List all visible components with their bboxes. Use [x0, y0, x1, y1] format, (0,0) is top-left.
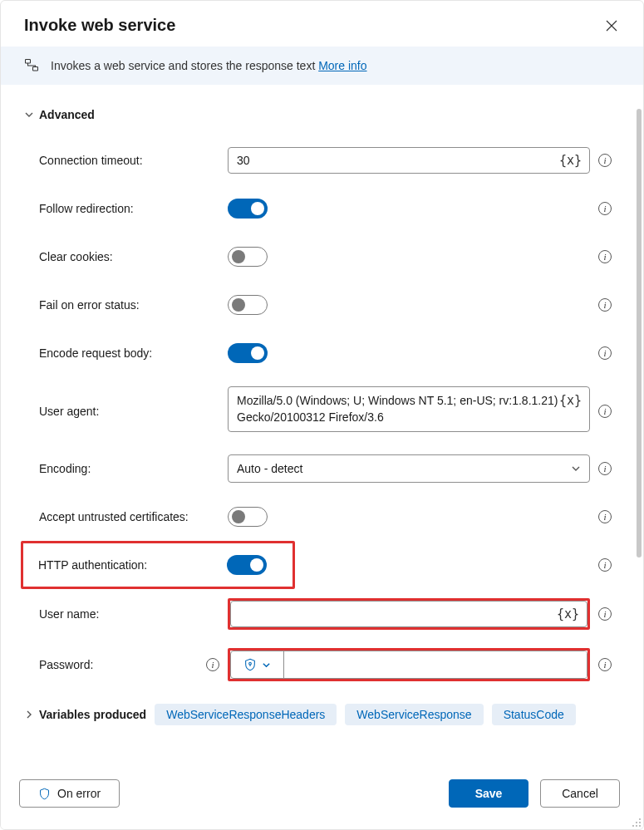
row-encode-body: Encode request body: i — [24, 329, 620, 377]
input-connection-timeout[interactable] — [228, 147, 590, 174]
info-icon[interactable]: i — [598, 298, 612, 312]
shield-icon — [38, 788, 51, 800]
label-user-name: User name: — [24, 607, 228, 621]
label-user-agent: User agent: — [24, 405, 228, 418]
shield-lock-icon — [243, 658, 257, 671]
close-button[interactable] — [603, 17, 620, 34]
info-icon[interactable]: i — [598, 462, 612, 475]
content-area: Advanced Connection timeout: {x} i Follo… — [1, 85, 643, 739]
chevron-down-icon — [24, 110, 34, 120]
more-info-link[interactable]: More info — [318, 59, 366, 72]
svg-point-3 — [639, 818, 641, 820]
row-password: Password: i i — [24, 639, 620, 690]
resize-grip-icon[interactable] — [632, 818, 642, 828]
variables-produced-row: Variables produced WebServiceResponseHea… — [24, 690, 620, 739]
label-follow-redirection: Follow redirection: — [24, 202, 228, 215]
row-user-agent: User agent: Mozilla/5.0 (Windows; U; Win… — [24, 377, 620, 444]
toggle-accept-untrusted[interactable] — [228, 507, 268, 527]
svg-rect-1 — [33, 67, 38, 71]
dialog-header: Invoke web service — [1, 1, 643, 47]
row-encoding: Encoding: Auto - detect i — [24, 444, 620, 493]
dialog-footer: On error Save Cancel — [1, 764, 643, 829]
input-user-name[interactable] — [230, 601, 587, 627]
label-encode-body: Encode request body: — [24, 346, 228, 360]
toggle-fail-on-error[interactable] — [228, 295, 268, 315]
info-icon[interactable]: i — [598, 405, 612, 418]
info-icon[interactable]: i — [598, 510, 612, 523]
description-text: Invokes a web service and stores the res… — [51, 59, 315, 72]
svg-point-2 — [249, 663, 252, 665]
dialog-title: Invoke web service — [24, 16, 175, 35]
svg-point-5 — [639, 822, 641, 823]
variables-produced-toggle[interactable]: Variables produced — [24, 708, 146, 721]
label-connection-timeout: Connection timeout: — [24, 154, 228, 167]
advanced-section-toggle[interactable]: Advanced — [24, 103, 620, 126]
scrollbar-thumb[interactable] — [637, 109, 642, 557]
select-encoding[interactable]: Auto - detect — [228, 454, 590, 483]
info-icon[interactable]: i — [598, 202, 612, 215]
chevron-down-icon — [262, 661, 271, 670]
row-connection-timeout: Connection timeout: {x} i — [24, 136, 620, 184]
close-icon — [606, 20, 617, 32]
chevron-down-icon — [571, 464, 581, 474]
row-clear-cookies: Clear cookies: i — [24, 233, 620, 281]
select-encoding-value: Auto - detect — [237, 462, 302, 475]
info-icon[interactable]: i — [598, 558, 612, 572]
input-password[interactable] — [284, 651, 587, 678]
info-icon[interactable]: i — [598, 607, 612, 621]
variable-chip[interactable]: WebServiceResponseHeaders — [155, 704, 337, 725]
info-icon[interactable]: i — [598, 250, 612, 263]
variable-chip[interactable]: WebServiceResponse — [345, 704, 483, 725]
on-error-button[interactable]: On error — [19, 779, 120, 808]
row-http-auth: HTTP authentication: — [21, 541, 295, 589]
input-user-agent[interactable]: Mozilla/5.0 (Windows; U; Windows NT 5.1;… — [228, 386, 590, 432]
row-accept-untrusted: Accept untrusted certificates: i — [24, 493, 620, 541]
toggle-encode-body[interactable] — [228, 343, 268, 363]
label-encoding: Encoding: — [24, 462, 228, 475]
web-service-icon — [24, 58, 39, 73]
scrollbar[interactable] — [637, 109, 642, 641]
row-user-name: User name: {x} i — [24, 589, 620, 639]
chevron-right-icon — [24, 710, 34, 719]
info-icon[interactable]: i — [598, 658, 612, 671]
toggle-follow-redirection[interactable] — [228, 199, 268, 219]
svg-point-7 — [636, 825, 637, 827]
svg-point-8 — [639, 825, 641, 827]
label-accept-untrusted: Accept untrusted certificates: — [24, 510, 228, 523]
label-clear-cookies: Clear cookies: — [24, 250, 228, 263]
info-icon[interactable]: i — [206, 658, 219, 671]
advanced-label: Advanced — [39, 108, 95, 121]
credential-selector[interactable] — [231, 651, 284, 678]
description-bar: Invokes a web service and stores the res… — [1, 47, 643, 85]
svg-point-4 — [636, 822, 637, 823]
label-http-auth: HTTP authentication: — [27, 558, 227, 572]
toggle-clear-cookies[interactable] — [228, 247, 268, 267]
label-password: Password: i — [24, 658, 228, 671]
info-icon[interactable]: i — [598, 346, 612, 360]
input-password-composite — [230, 651, 587, 679]
svg-rect-0 — [26, 60, 31, 64]
cancel-button[interactable]: Cancel — [540, 779, 620, 808]
svg-point-6 — [632, 825, 634, 827]
row-follow-redirection: Follow redirection: i — [24, 184, 620, 233]
toggle-http-auth[interactable] — [227, 555, 267, 575]
label-fail-on-error: Fail on error status: — [24, 298, 228, 312]
save-button[interactable]: Save — [449, 779, 528, 808]
info-icon[interactable]: i — [598, 154, 612, 167]
variable-chip[interactable]: StatusCode — [492, 704, 576, 725]
row-fail-on-error: Fail on error status: i — [24, 281, 620, 329]
